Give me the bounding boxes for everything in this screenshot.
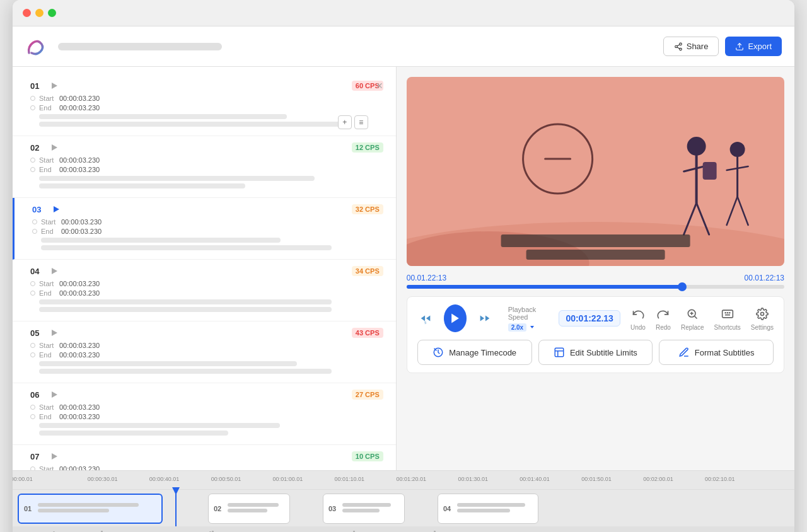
add-btn-row: + ≡: [338, 115, 368, 129]
share-button[interactable]: Share: [663, 37, 719, 56]
clips-container: 01 02 03: [13, 490, 794, 528]
cps-badge-04: 34 CPS: [352, 266, 383, 276]
start-dot-04: [30, 281, 35, 286]
svg-point-18: [687, 137, 705, 156]
redo-button[interactable]: Redo: [656, 306, 671, 331]
start-value-06: 00:00:03.230: [59, 403, 100, 411]
play-icon-03[interactable]: [52, 205, 60, 213]
svg-text:5: 5: [424, 321, 426, 325]
ruler-mark-9: 00:01:50.01: [581, 476, 612, 482]
video-progress-bar[interactable]: [407, 285, 784, 289]
subtitle-item-01[interactable]: 01 60 CPS Start 00:00:03.230 End 00:00:0…: [13, 74, 396, 136]
play-icon-07[interactable]: [50, 453, 58, 460]
close-subtitle-button[interactable]: ✕: [376, 81, 383, 91]
format-subtitles-label: Format Subtitles: [695, 348, 755, 357]
shortcuts-button[interactable]: Shortcuts: [714, 306, 741, 331]
subtitle-item-02[interactable]: 02 12 CPS Start 00:00:03.230 End 00:00:0…: [13, 136, 396, 198]
start-label-01: Start: [39, 95, 55, 102]
subtitle-item-07[interactable]: 07 10 CPS Start 00:00:03.230 End 00:00:0…: [13, 445, 396, 470]
ruler-mark-1: 00:00:30.01: [88, 476, 118, 482]
video-player: [407, 77, 784, 266]
timeline-clip-01[interactable]: 01: [18, 494, 163, 524]
subtitle-list[interactable]: 01 60 CPS Start 00:00:03.230 End 00:00:0…: [13, 67, 397, 470]
timeline-clip-04[interactable]: 04: [438, 494, 538, 524]
timecode-display: 00:01:22.13: [559, 310, 620, 327]
start-label-03: Start: [41, 218, 57, 226]
svg-marker-12: [52, 453, 57, 460]
clip-bar-7: [457, 503, 525, 507]
settings-button[interactable]: Settings: [751, 306, 774, 331]
subtitle-num-06: 06: [30, 390, 44, 400]
svg-point-1: [675, 45, 677, 48]
manage-timecode-label: Manage Timecode: [449, 348, 516, 357]
end-label-02: End: [39, 166, 55, 173]
ruler-mark-2: 00:00:40.01: [149, 476, 180, 482]
subtitle-num-05: 05: [30, 328, 44, 338]
start-value-02: 00:00:03.230: [59, 156, 100, 164]
play-button[interactable]: [444, 304, 467, 332]
text-bar2-06: [39, 431, 228, 436]
speed-dropdown-icon[interactable]: [529, 324, 535, 330]
svg-rect-30: [526, 250, 665, 260]
subtitle-text-04: [30, 299, 383, 312]
rewind-icon: 5: [419, 311, 433, 325]
svg-rect-23: [702, 162, 716, 180]
share-icon: [674, 42, 683, 51]
svg-marker-7: [52, 144, 57, 151]
format-subtitles-icon: [678, 347, 690, 358]
main-content: 01 60 CPS Start 00:00:03.230 End 00:00:0…: [13, 67, 794, 470]
ruler-mark-0: 00:00:00.01: [13, 476, 33, 482]
progress-thumb[interactable]: [678, 282, 687, 291]
export-button[interactable]: Export: [725, 37, 782, 56]
minimize-button[interactable]: [35, 9, 44, 17]
maximize-button[interactable]: [48, 9, 56, 17]
clip-text-01: [38, 503, 156, 514]
subtitle-item-03[interactable]: 03 32 CPS Start 00:00:03.230 End 00:00:0…: [13, 198, 396, 260]
edit-subtitle-limits-label: Edit Subtitle Limits: [570, 348, 637, 357]
start-label-05: Start: [39, 342, 55, 349]
rewind-button[interactable]: 5: [417, 308, 434, 328]
shortcuts-icon: [720, 306, 735, 321]
subtitle-item-05[interactable]: 05 43 CPS Start 00:00:03.230 End 00:00:0…: [13, 321, 396, 383]
current-time: 00.01.22:13: [407, 274, 446, 282]
replace-label: Replace: [681, 324, 704, 331]
manage-timecode-button[interactable]: Manage Timecode: [417, 340, 532, 365]
timeline-area: 00:00:00.01 00:00:30.01 00:00:40.01 00:0…: [13, 470, 794, 532]
speed-badge: 2.0x: [508, 323, 526, 332]
speed-label: Playback Speed: [508, 306, 549, 321]
subtitle-text-06: [30, 423, 383, 436]
edit-subtitle-limits-button[interactable]: Edit Subtitle Limits: [538, 340, 653, 365]
end-value-06: 00:00:03.230: [59, 413, 100, 420]
timeline-clip-02[interactable]: 02: [208, 494, 290, 524]
timeline-ruler: 00:00:00.01 00:00:30.01 00:00:40.01 00:0…: [13, 471, 794, 490]
undo-button[interactable]: Undo: [630, 306, 646, 331]
subtitle-text-05: [30, 361, 383, 374]
close-button[interactable]: [23, 9, 31, 17]
play-icon-01[interactable]: [50, 82, 58, 90]
subtitle-item-06[interactable]: 06 27 CPS Start 00:00:03.230 End 00:00:0…: [13, 383, 396, 445]
timeline-clip-03[interactable]: 03: [323, 494, 405, 524]
play-icon-06[interactable]: [50, 391, 58, 398]
add-after-button[interactable]: ≡: [354, 115, 368, 129]
start-value-01: 00:00:03.230: [59, 95, 100, 102]
clip-bar-6: [342, 509, 380, 512]
play-icon-04[interactable]: [50, 267, 58, 275]
format-subtitles-button[interactable]: Format Subtitles: [659, 340, 774, 365]
start-row-05: Start 00:00:03.230: [30, 342, 383, 349]
end-dot-02: [30, 167, 35, 172]
end-value-05: 00:00:03.230: [59, 351, 100, 359]
svg-marker-32: [451, 314, 459, 323]
start-value-04: 00:00:03.230: [59, 280, 100, 287]
add-before-button[interactable]: +: [338, 115, 352, 129]
playhead[interactable]: [175, 490, 177, 526]
replace-button[interactable]: Replace: [681, 306, 704, 331]
start-label-04: Start: [39, 280, 55, 287]
end-value-01: 00:00:03.230: [59, 104, 100, 112]
subtitle-header-03: 03 32 CPS: [32, 204, 383, 214]
play-icon-05[interactable]: [50, 329, 58, 337]
clip-bar-1: [38, 503, 139, 507]
play-icon-02[interactable]: [50, 144, 58, 151]
subtitle-item-04[interactable]: 04 34 CPS Start 00:00:03.230 End 00:00:0…: [13, 260, 396, 321]
subtitle-header-04: 04 34 CPS: [30, 266, 383, 276]
forward-button[interactable]: [477, 308, 493, 328]
